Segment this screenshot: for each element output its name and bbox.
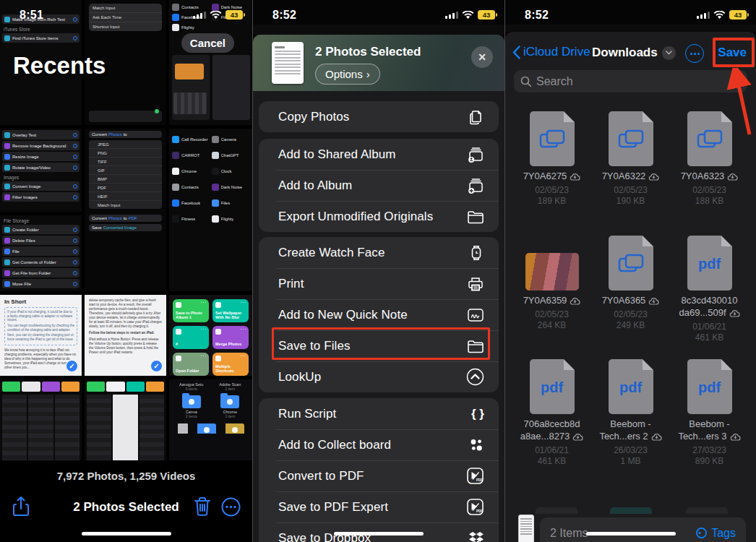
items-bar: 2 Items Tags bbox=[540, 517, 746, 542]
file-item[interactable]: pdf Beebom - Tech...ers 3 27/03/23890 KB bbox=[670, 356, 749, 501]
file-item[interactable]: 7Y0A6275 02/05/23189 KB bbox=[512, 108, 591, 233]
thumb-section-label: File Storage bbox=[4, 218, 78, 223]
back-button[interactable]: iCloud Drive bbox=[512, 45, 590, 59]
status-bar: 8:51 43 bbox=[0, 0, 252, 25]
options-button[interactable]: Options› bbox=[315, 64, 380, 85]
search-input[interactable]: Search bbox=[514, 70, 747, 93]
share-action-create-watch-face[interactable]: Create Watch Face bbox=[259, 237, 499, 268]
icloud-download-icon bbox=[648, 173, 659, 181]
dropbox-icon bbox=[468, 531, 484, 542]
folder-icon bbox=[467, 339, 484, 353]
wifi-icon bbox=[462, 11, 474, 20]
shortcut-tile: Merge Photos bbox=[212, 326, 249, 349]
svg-text:PDF: PDF bbox=[476, 509, 483, 513]
signal-icon bbox=[445, 11, 458, 19]
thumb-row: Create Folder bbox=[2, 225, 80, 234]
selection-count: 2 Photos Selected bbox=[0, 500, 252, 515]
share-action-add-to-shared-album[interactable]: Add to Shared Album bbox=[259, 139, 499, 170]
app-icon bbox=[212, 199, 219, 207]
save-button[interactable]: Save bbox=[718, 46, 747, 60]
photo-thumbnail[interactable]: ConvertPhotosto JPEGPNGTIFFGIFBMPPDFHEIF… bbox=[85, 129, 166, 291]
home-indicator bbox=[82, 532, 171, 535]
wifi-icon bbox=[713, 11, 726, 20]
app-entry: CARROT bbox=[172, 152, 210, 159]
format-option: GIF bbox=[89, 166, 162, 175]
photo-thumbnail[interactable]: Overlay TextRemove Image BackgroundResiz… bbox=[0, 129, 82, 212]
share-action-save-to-pdf-expert[interactable]: Save to PDF Expert PDF bbox=[259, 491, 499, 522]
share-action-export-unmodified-originals[interactable]: Export Unmodified Originals bbox=[259, 201, 499, 232]
share-sheet-panel: 8:52 43 2 Photos Selected Options› ✕ Cop… bbox=[252, 0, 504, 542]
shortcut-tile: Multiple Shortcuts bbox=[212, 353, 249, 376]
photo-thumbnail[interactable]: Call RecorderCameraCARROTChatGPTChromeCl… bbox=[169, 129, 252, 291]
folder-icon bbox=[182, 395, 201, 408]
folder-title[interactable]: Downloads bbox=[592, 46, 676, 60]
shortcut-icon bbox=[4, 270, 10, 276]
more-button[interactable] bbox=[685, 44, 704, 63]
dimmed-background bbox=[505, 25, 756, 32]
share-action-lookup[interactable]: LookUp bbox=[259, 361, 499, 392]
wifi-icon bbox=[210, 11, 222, 20]
share-action-add-to-new-quick-note[interactable]: Add to New Quick Note bbox=[259, 299, 499, 330]
share-action-add-to-album[interactable]: Add to Album bbox=[259, 170, 499, 201]
file-item[interactable]: pdf 706a8cecb8d a8ae...8273 01/06/21461 … bbox=[512, 356, 591, 501]
chevron-left-icon bbox=[512, 46, 520, 59]
file-item[interactable]: 7Y0A6323 02/05/23188 KB bbox=[670, 108, 749, 233]
photo-thumbnail[interactable]: Aarogya Setu6 itemsAdobe Scan1 item Canv… bbox=[169, 379, 252, 460]
file-item[interactable]: 7Y0A6359 02/05/23264 KB bbox=[512, 233, 591, 356]
battery-icon: 43 bbox=[478, 10, 495, 20]
cancel-button[interactable]: Cancel bbox=[181, 33, 234, 53]
more-icon[interactable] bbox=[221, 497, 241, 520]
screenshot-composite: Make Image from Rich Text iTunes Store F… bbox=[0, 0, 756, 542]
search-icon bbox=[520, 76, 532, 87]
photo-thumbnail[interactable]: Save to Photo Album 1Set Wallpaper With … bbox=[169, 295, 252, 376]
share-icon[interactable] bbox=[12, 496, 30, 520]
action-group: Copy Photos bbox=[259, 101, 499, 132]
thumb-row: Resize Image bbox=[2, 152, 80, 161]
action-group: Create Watch Face Print Add to New Quick… bbox=[259, 237, 499, 392]
trash-icon[interactable] bbox=[193, 496, 212, 520]
info-icon bbox=[73, 282, 77, 286]
thumb-row: Get File from Folder bbox=[2, 268, 80, 278]
shortcut-icon bbox=[4, 184, 10, 189]
photo-thumbnail-selected[interactable]: delete temporary cache files, and give a… bbox=[85, 295, 166, 376]
tags-button[interactable]: Tags bbox=[695, 527, 736, 540]
share-action-save-to-files[interactable]: Save to Files bbox=[259, 330, 499, 361]
tag-icon bbox=[695, 527, 708, 539]
signal-icon bbox=[697, 11, 710, 19]
share-action-print[interactable]: Print bbox=[259, 268, 499, 299]
photo-thumbnail-selected[interactable]: In Short If your iPad is not charging, i… bbox=[0, 295, 82, 376]
share-action-add-to-collect-board[interactable]: Add to Collect board bbox=[259, 429, 499, 460]
app-icon bbox=[212, 152, 219, 159]
pdf-expert-icon: PDF bbox=[466, 467, 484, 485]
close-button[interactable]: ✕ bbox=[471, 46, 493, 68]
photo-thumbnail[interactable] bbox=[0, 379, 82, 460]
search-placeholder: Search bbox=[536, 75, 573, 88]
info-icon bbox=[73, 155, 77, 159]
shortcut-tile: Save to Photo Album 1 bbox=[173, 299, 209, 322]
info-icon bbox=[73, 271, 77, 275]
thumb-row: Convert Image bbox=[2, 181, 80, 191]
file-item[interactable]: pdf 8c3cd430010 da69...509f 01/06/21461 … bbox=[670, 233, 749, 356]
files-app-panel: 8:52 43 iCloud Drive Downloads Save bbox=[504, 0, 756, 542]
file-item[interactable]: 7Y0A6322 02/05/23190 KB bbox=[591, 108, 670, 233]
share-action-run-script[interactable]: Run Script { } bbox=[259, 398, 499, 429]
shortcut-icon bbox=[4, 35, 10, 41]
photo-thumbnail[interactable] bbox=[85, 379, 166, 460]
chevron-down-icon[interactable] bbox=[662, 46, 676, 60]
photos-footer: 7,972 Photos, 1,259 Videos 2 Photos Sele… bbox=[0, 460, 252, 542]
pdf-doc-icon: pdf bbox=[609, 359, 653, 414]
action-group: Run Script { } Add to Collect board Conv… bbox=[259, 398, 499, 542]
status-bar: 8:52 43 bbox=[253, 0, 504, 25]
thumb-list: Convert ImageFilter Images bbox=[0, 181, 82, 202]
file-item[interactable]: pdf Beebom - Tech...ers 2 26/03/231 MB bbox=[591, 356, 670, 501]
share-action-copy-photos[interactable]: Copy Photos bbox=[259, 101, 499, 132]
share-title: 2 Photos Selected bbox=[315, 45, 421, 59]
share-action-convert-to-pdf[interactable]: Convert to PDF PDF bbox=[259, 460, 499, 491]
format-option: Match Input bbox=[89, 201, 162, 209]
file-item[interactable]: 7Y0A6365 02/05/23249 KB bbox=[591, 233, 670, 356]
folder-icon bbox=[220, 395, 239, 408]
icloud-download-icon bbox=[572, 433, 583, 441]
folder-icon bbox=[197, 423, 216, 434]
shortcut-icon bbox=[4, 194, 10, 200]
photo-thumbnail[interactable]: File Storage Create FolderDelete FilesFi… bbox=[0, 215, 82, 291]
